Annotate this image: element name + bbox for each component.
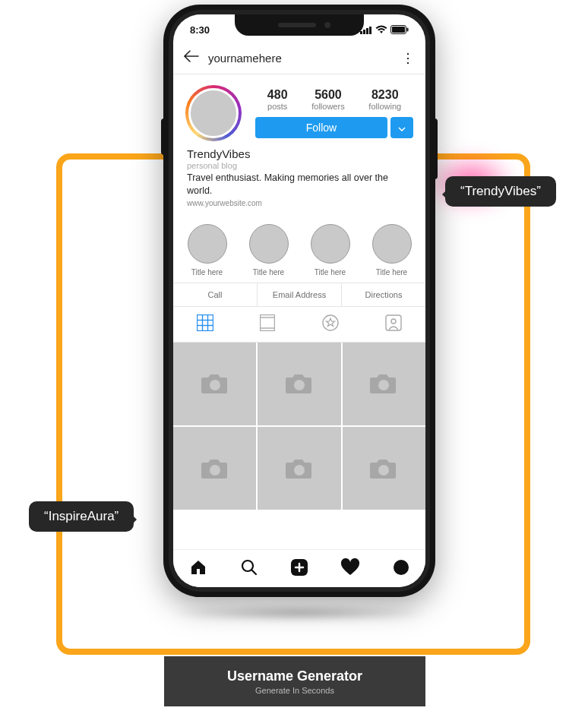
highlight-label: Title here	[249, 268, 289, 276]
highlight-item[interactable]: Title here	[372, 224, 412, 276]
svg-point-23	[378, 465, 389, 475]
stat-followers[interactable]: 5600 followers	[311, 88, 344, 111]
highlights-row: Title here Title here Title here Title h…	[173, 215, 425, 283]
svg-rect-1	[363, 30, 365, 34]
following-label: following	[368, 102, 401, 111]
follow-dropdown-button[interactable]	[390, 117, 413, 138]
chevron-down-icon	[398, 127, 406, 131]
bottom-nav	[173, 549, 425, 587]
post-thumbnail[interactable]	[343, 427, 425, 510]
stat-posts[interactable]: 480 posts	[267, 88, 288, 111]
svg-point-19	[294, 380, 305, 390]
post-thumbnail[interactable]	[258, 427, 340, 510]
feed-icon	[260, 314, 275, 331]
more-options-icon[interactable]: ⋯	[400, 52, 417, 64]
heart-icon	[340, 558, 360, 577]
svg-line-25	[251, 570, 256, 574]
stat-following[interactable]: 8230 following	[368, 88, 401, 111]
camera-icon	[369, 372, 398, 395]
battery-icon	[390, 25, 409, 34]
add-post-icon	[290, 558, 308, 577]
contact-directions[interactable]: Directions	[342, 283, 425, 306]
suggestion-bubble-left: “InspireAura”	[29, 501, 134, 532]
camera-icon	[369, 457, 398, 480]
svg-point-21	[210, 465, 220, 475]
svg-point-20	[378, 380, 389, 390]
website-link[interactable]: www.yourwebsite.com	[187, 199, 412, 207]
tab-grid[interactable]	[197, 314, 213, 334]
svg-rect-6	[407, 28, 409, 32]
post-thumbnail[interactable]	[173, 427, 256, 510]
tab-feed[interactable]	[260, 314, 275, 334]
svg-rect-16	[386, 315, 401, 330]
view-tabs	[173, 307, 425, 343]
post-thumbnail[interactable]	[343, 343, 425, 425]
tab-starred[interactable]	[322, 314, 339, 334]
stats-row: 480 posts 5600 followers 8230 following	[255, 88, 413, 111]
posts-label: posts	[267, 102, 288, 111]
nav-profile[interactable]	[393, 559, 409, 579]
post-thumbnail[interactable]	[258, 343, 340, 425]
display-name: TrendyVibes	[187, 147, 412, 160]
post-thumbnail[interactable]	[173, 343, 256, 425]
phone-shadow	[169, 605, 430, 621]
follow-button[interactable]: Follow	[255, 117, 387, 138]
highlight-label: Title here	[311, 268, 350, 276]
contact-row: Call Email Address Directions	[173, 283, 425, 307]
phone-volume-button	[161, 118, 164, 155]
status-time: 8:30	[190, 24, 210, 36]
highlight-item[interactable]: Title here	[188, 224, 227, 276]
highlight-circle-icon	[311, 224, 350, 264]
profile-dot-icon	[393, 559, 409, 576]
camera-icon	[201, 372, 229, 395]
camera-icon	[201, 457, 229, 480]
nav-add[interactable]	[290, 558, 308, 580]
tagged-icon	[385, 314, 402, 331]
posts-grid	[173, 343, 425, 510]
phone-notch	[235, 14, 364, 36]
story-ring[interactable]	[185, 85, 242, 141]
phone-mockup: 8:30 yournamehere ⋯	[163, 5, 435, 597]
highlight-item[interactable]: Title here	[311, 224, 350, 276]
highlight-circle-icon	[188, 224, 227, 264]
phone-power-button	[435, 118, 438, 179]
bio-section: TrendyVibes personal blog Travel enthusi…	[173, 146, 425, 215]
highlight-circle-icon	[249, 224, 289, 264]
suggestion-text: “TrendyVibes”	[460, 184, 541, 198]
suggestion-text: “InspireAura”	[44, 509, 119, 523]
camera-icon	[285, 372, 314, 395]
svg-point-17	[391, 319, 396, 324]
svg-rect-7	[197, 314, 213, 330]
contact-email[interactable]: Email Address	[258, 283, 342, 306]
phone-screen: 8:30 yournamehere ⋯	[173, 14, 425, 587]
highlight-item[interactable]: Title here	[249, 224, 289, 276]
highlight-label: Title here	[372, 268, 412, 276]
suggestion-bubble-right: “TrendyVibes”	[445, 176, 556, 207]
star-circle-icon	[322, 314, 339, 331]
tab-tagged[interactable]	[385, 314, 402, 334]
profile-header: yournamehere ⋯	[173, 45, 425, 74]
svg-rect-2	[366, 28, 368, 34]
highlight-circle-icon	[372, 224, 412, 264]
footer-panel: Username Generator Generate In Seconds	[164, 656, 425, 706]
header-username: yournamehere	[208, 52, 282, 65]
svg-point-22	[294, 465, 305, 475]
back-arrow-icon[interactable]	[184, 50, 199, 66]
highlight-label: Title here	[188, 268, 227, 276]
footer-subtitle: Generate In Seconds	[255, 686, 334, 695]
camera-icon	[285, 457, 314, 480]
following-count: 8230	[368, 88, 401, 102]
contact-call[interactable]: Call	[173, 283, 258, 306]
svg-point-18	[210, 380, 220, 390]
wifi-icon	[375, 25, 387, 34]
nav-activity[interactable]	[340, 558, 360, 580]
avatar[interactable]	[188, 88, 239, 138]
nav-home[interactable]	[189, 558, 207, 580]
search-icon	[240, 558, 258, 577]
svg-rect-3	[369, 27, 371, 34]
svg-rect-0	[360, 31, 362, 34]
home-icon	[189, 558, 207, 577]
nav-search[interactable]	[240, 558, 258, 580]
bio-text: Travel enthusiast. Making memories all o…	[187, 172, 412, 197]
profile-category: personal blog	[187, 161, 412, 170]
